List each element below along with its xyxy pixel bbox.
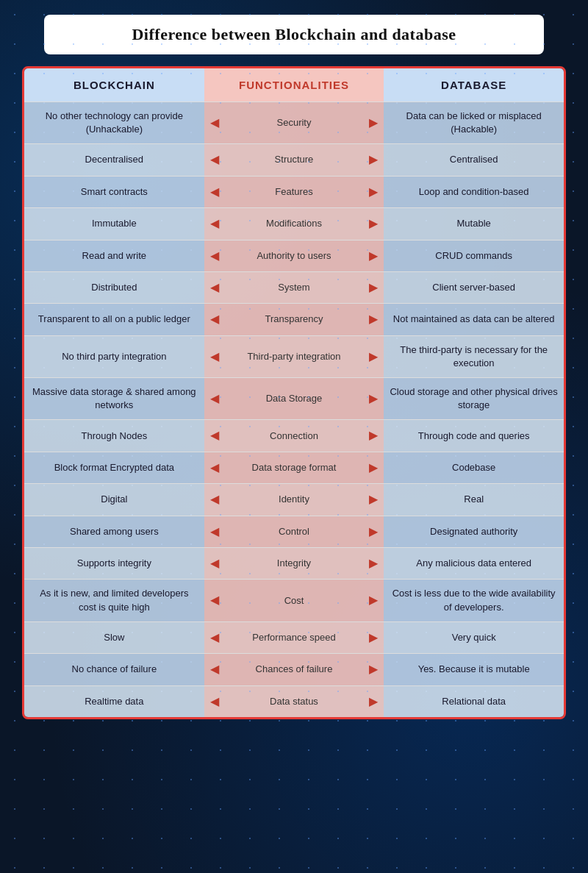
table-row: As it is new, and limited developers cos… (24, 579, 564, 621)
cell-database-17: Relational data (384, 686, 564, 717)
func-label-7: Third-party integration (223, 350, 365, 363)
cell-database-11: Real (384, 484, 564, 515)
cell-blockchain-7: No third party integration (24, 336, 204, 377)
arrow-right-icon-17: ▶ (369, 694, 378, 710)
cell-blockchain-5: Distributed (24, 272, 204, 303)
table-row: Digital ◀ Identity ▶ Real (24, 483, 564, 515)
arrow-left-icon-13: ◀ (210, 555, 219, 571)
comparison-table: BLOCKCHAIN FUNCTIONALITIES DATABASE No o… (22, 66, 566, 719)
cell-blockchain-15: Slow (24, 622, 204, 653)
table-row: Read and write ◀ Authority to users ▶ CR… (24, 240, 564, 271)
func-label-12: Control (223, 525, 365, 538)
table-row: No other technology can provide (Unhacka… (24, 101, 564, 143)
table-row: Transparent to all on a public ledger ◀ … (24, 303, 564, 335)
arrow-left-icon-11: ◀ (210, 491, 219, 507)
arrow-left-icon-15: ◀ (210, 630, 219, 646)
cell-database-5: Client server-based (384, 272, 564, 303)
arrow-right-icon-3: ▶ (369, 215, 378, 232)
header-database: DATABASE (384, 68, 564, 101)
table-row: Massive data storage & shared among netw… (24, 377, 564, 419)
cell-blockchain-12: Shared among users (24, 516, 204, 547)
arrow-right-icon-5: ▶ (369, 279, 378, 296)
func-label-17: Data status (223, 695, 365, 708)
cell-func-12: ◀ Control ▶ (204, 516, 384, 547)
func-label-15: Performance speed (223, 631, 365, 644)
func-label-8: Data Storage (223, 392, 365, 405)
arrow-right-icon-6: ▶ (369, 311, 378, 327)
arrow-left-icon-8: ◀ (210, 391, 219, 407)
table-row: Shared among users ◀ Control ▶ Designate… (24, 516, 564, 547)
cell-blockchain-6: Transparent to all on a public ledger (24, 304, 204, 335)
table-row: Realtime data ◀ Data status ▶ Relational… (24, 685, 564, 717)
cell-func-16: ◀ Chances of failure ▶ (204, 654, 384, 685)
cell-blockchain-11: Digital (24, 484, 204, 515)
arrow-left-icon-12: ◀ (210, 524, 219, 540)
arrow-left-icon-14: ◀ (210, 592, 219, 608)
cell-blockchain-14: As it is new, and limited developers cos… (24, 580, 204, 621)
arrow-left-icon-17: ◀ (210, 694, 219, 710)
func-label-1: Structure (223, 153, 365, 166)
func-label-11: Identity (223, 493, 365, 506)
table-row: No chance of failure ◀ Chances of failur… (24, 653, 564, 685)
header-blockchain: BLOCKCHAIN (24, 68, 204, 101)
cell-blockchain-4: Read and write (24, 240, 204, 271)
cell-func-2: ◀ Features ▶ (204, 177, 384, 207)
arrow-left-icon-4: ◀ (210, 248, 219, 264)
cell-blockchain-0: No other technology can provide (Unhacka… (24, 102, 204, 143)
table-row: Supports integrity ◀ Integrity ▶ Any mal… (24, 547, 564, 579)
func-label-10: Data storage format (223, 461, 365, 474)
arrow-right-icon-4: ▶ (369, 248, 378, 264)
table-row: No third party integration ◀ Third-party… (24, 335, 564, 377)
cell-func-17: ◀ Data status ▶ (204, 686, 384, 717)
func-label-13: Integrity (223, 557, 365, 570)
cell-database-9: Through code and queries (384, 420, 564, 451)
arrow-left-icon-0: ◀ (210, 115, 219, 131)
table-row: Immutable ◀ Modifications ▶ Mutable (24, 207, 564, 239)
cell-func-10: ◀ Data storage format ▶ (204, 452, 384, 483)
cell-func-5: ◀ System ▶ (204, 272, 384, 303)
cell-blockchain-17: Realtime data (24, 686, 204, 717)
cell-blockchain-16: No chance of failure (24, 654, 204, 685)
cell-database-3: Mutable (384, 208, 564, 239)
cell-func-15: ◀ Performance speed ▶ (204, 622, 384, 653)
arrow-left-icon-3: ◀ (210, 215, 219, 232)
cell-database-6: Not maintained as data can be altered (384, 304, 564, 335)
func-label-2: Features (223, 185, 365, 199)
page-title: Difference between Blockchain and databa… (132, 25, 456, 43)
cell-database-15: Very quick (384, 622, 564, 653)
func-label-14: Cost (223, 594, 365, 607)
arrow-right-icon-9: ▶ (369, 427, 378, 443)
cell-func-13: ◀ Integrity ▶ (204, 548, 384, 579)
table-row: Through Nodes ◀ Connection ▶ Through cod… (24, 419, 564, 451)
arrow-left-icon-1: ◀ (210, 152, 219, 168)
func-label-6: Transparency (223, 313, 365, 326)
arrow-right-icon-7: ▶ (369, 349, 378, 365)
cell-database-13: Any malicious data entered (384, 548, 564, 579)
arrow-right-icon-11: ▶ (369, 491, 378, 507)
arrow-right-icon-14: ▶ (369, 592, 378, 608)
arrow-right-icon-2: ▶ (369, 184, 378, 200)
cell-func-8: ◀ Data Storage ▶ (204, 378, 384, 419)
arrow-right-icon-16: ▶ (369, 661, 378, 677)
cell-database-12: Designated authority (384, 516, 564, 547)
cell-blockchain-8: Massive data storage & shared among netw… (24, 378, 204, 419)
arrow-right-icon-8: ▶ (369, 391, 378, 407)
func-label-4: Authority to users (223, 249, 365, 263)
arrow-left-icon-5: ◀ (210, 279, 219, 296)
cell-database-8: Cloud storage and other physical drives … (384, 378, 564, 419)
cell-func-7: ◀ Third-party integration ▶ (204, 336, 384, 377)
cell-func-0: ◀ Security ▶ (204, 102, 384, 143)
cell-func-4: ◀ Authority to users ▶ (204, 240, 384, 271)
cell-blockchain-10: Block format Encrypted data (24, 452, 204, 483)
cell-func-11: ◀ Identity ▶ (204, 484, 384, 515)
table-row: Smart contracts ◀ Features ▶ Loop and co… (24, 176, 564, 207)
arrow-left-icon-2: ◀ (210, 184, 219, 200)
table-body: No other technology can provide (Unhacka… (24, 101, 564, 717)
table-row: Decentralised ◀ Structure ▶ Centralised (24, 143, 564, 175)
cell-blockchain-9: Through Nodes (24, 420, 204, 451)
cell-func-1: ◀ Structure ▶ (204, 144, 384, 175)
table-header: BLOCKCHAIN FUNCTIONALITIES DATABASE (24, 68, 564, 101)
arrow-left-icon-7: ◀ (210, 349, 219, 365)
arrow-left-icon-16: ◀ (210, 661, 219, 677)
arrow-right-icon-0: ▶ (369, 115, 378, 131)
